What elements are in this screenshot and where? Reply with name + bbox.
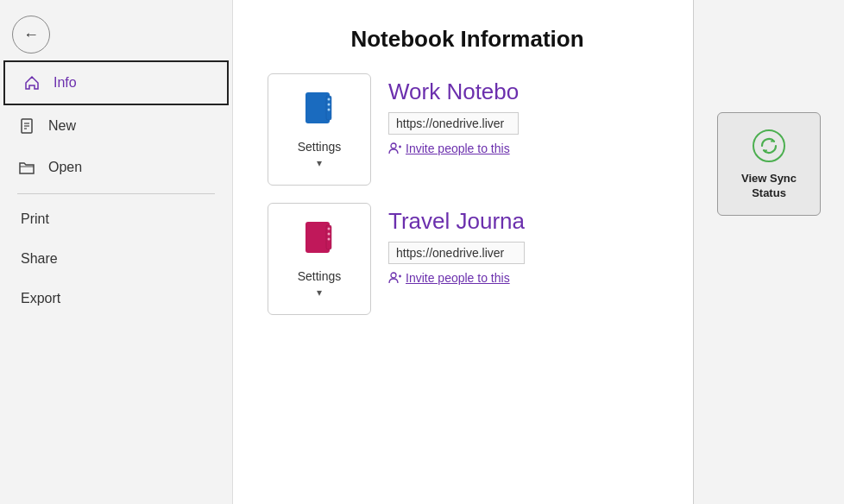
sidebar-divider — [17, 193, 215, 194]
sidebar-open-label: Open — [48, 160, 82, 175]
settings-arrow-travel: ▾ — [317, 287, 322, 299]
invite-link-travel[interactable]: Invite people to this — [388, 271, 525, 285]
notebook-info-travel: Travel Journa https://onedrive.liver Inv… — [388, 203, 525, 285]
notebook-settings-box-work[interactable]: Settings ▾ — [268, 73, 371, 186]
svg-point-6 — [328, 98, 331, 100]
sidebar-item-open[interactable]: Open — [0, 147, 232, 188]
page-title: Notebook Information — [268, 26, 667, 53]
invite-icon-work — [388, 142, 402, 155]
back-button[interactable]: ← — [12, 16, 50, 54]
sidebar-info-label: Info — [54, 75, 77, 91]
table-row: Settings ▾ Work Notebo https://onedrive.… — [268, 73, 667, 186]
svg-point-8 — [328, 108, 331, 110]
notebook-settings-box-travel[interactable]: Settings ▾ — [268, 203, 371, 315]
svg-point-15 — [328, 232, 331, 235]
notebook-url-work: https://onedrive.liver — [388, 112, 519, 135]
view-sync-button[interactable]: View SyncStatus — [717, 112, 821, 216]
open-folder-icon — [17, 159, 36, 176]
notebook-info-work: Work Notebo https://onedrive.liver Invit… — [388, 73, 519, 155]
notebook-icon-travel — [302, 220, 337, 266]
sync-icon — [750, 127, 788, 165]
settings-label-travel: Settings — [298, 269, 342, 283]
svg-point-7 — [328, 103, 331, 105]
notebook-name-travel: Travel Journa — [388, 208, 525, 235]
sidebar: ← Info New Open Print S — [0, 0, 233, 504]
sidebar-item-print[interactable]: Print — [0, 199, 232, 239]
view-sync-label: View SyncStatus — [741, 172, 797, 201]
sidebar-item-new[interactable]: New — [0, 105, 232, 147]
new-doc-icon — [17, 117, 36, 135]
notebook-url-travel: https://onedrive.liver — [388, 242, 525, 264]
invite-icon-travel — [388, 271, 402, 285]
main-content: Notebook Information Settings ▾ Wor — [233, 0, 693, 504]
notebook-name-work: Work Notebo — [388, 79, 519, 105]
notebook-list: Settings ▾ Work Notebo https://onedrive.… — [268, 73, 667, 315]
sidebar-item-export[interactable]: Export — [0, 279, 232, 318]
svg-point-20 — [753, 130, 784, 161]
invite-link-work[interactable]: Invite people to this — [388, 142, 519, 155]
sidebar-item-share[interactable]: Share — [0, 239, 232, 279]
table-row: Settings ▾ Travel Journa https://onedriv… — [268, 203, 667, 315]
svg-point-16 — [328, 237, 331, 240]
settings-label-work: Settings — [298, 140, 342, 154]
svg-point-14 — [328, 227, 331, 230]
sidebar-item-info[interactable]: Info — [3, 60, 229, 105]
svg-point-17 — [391, 273, 396, 278]
svg-point-9 — [391, 143, 396, 148]
sidebar-new-label: New — [48, 118, 76, 134]
settings-arrow-work: ▾ — [317, 157, 322, 169]
home-icon — [22, 74, 41, 91]
right-panel: View SyncStatus — [693, 0, 844, 504]
notebook-icon-work — [302, 91, 337, 136]
